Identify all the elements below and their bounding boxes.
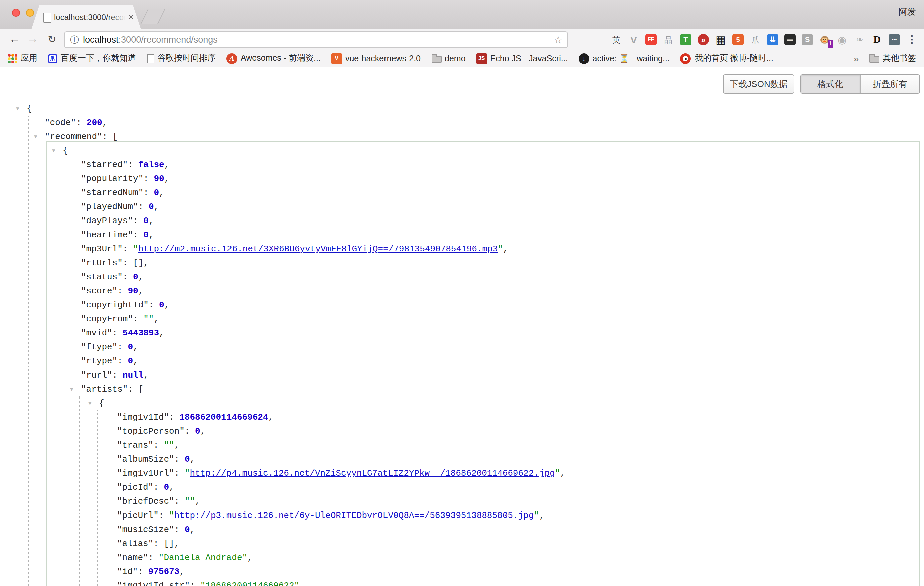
s-icon[interactable]: S [802,34,813,45]
json-token: 90 [128,286,138,296]
browser-window: localhost:3000/recommend/so × 阿发 ← → ↻ ⓘ… [0,0,924,586]
reload-button[interactable]: ↻ [44,30,60,50]
json-token: "" [143,314,153,324]
page-favicon-icon [43,13,51,23]
weibo-icon [680,53,691,64]
json-link[interactable]: http://m2.music.126.net/3XR6BU6yvtyVmFE8… [138,244,498,254]
translate-icon[interactable]: 英 [610,34,622,45]
other-bookmarks-folder[interactable]: 其他书签 [869,53,916,64]
json-line: "trans": "", [0,438,924,452]
vimium-icon[interactable]: V [628,34,639,45]
close-window-button[interactable] [12,9,20,17]
qr-code-icon[interactable]: ▦ [715,34,726,45]
json-token: " [498,244,503,254]
json-line: "code": 200, [0,116,924,130]
apps-grid-dot [15,54,17,56]
json-line: ▼{ [0,396,924,410]
json-link[interactable]: http://p4.music.126.net/VnZiScyynLG7atLI… [190,469,555,479]
apps-grid-dot [8,61,11,63]
folder-icon [869,56,879,63]
json-token: 0 [148,202,154,212]
shield-download-icon[interactable]: ⇊ [767,34,778,45]
json-link[interactable]: http://p3.music.126.net/6y-UleORITEDbvrO… [174,510,534,520]
json-token: "picUrl" [117,510,159,520]
json-token: 0 [143,230,148,240]
json-token: { [27,104,32,114]
minimize-window-button[interactable] [26,9,34,17]
more-tools-icon[interactable]: ••• [889,34,900,45]
forward-button[interactable]: → [25,30,41,50]
json-token: 0 [185,454,190,464]
json-token: "mp3Url" [81,244,122,254]
json-token: : [169,412,179,422]
bookmark-demo-folder[interactable]: demo [431,54,466,63]
json-token: : [174,469,185,479]
json-token: "name" [117,553,148,563]
page-info-icon[interactable]: ⓘ [70,32,79,48]
sitemap-icon[interactable]: 品 [663,34,674,45]
tab-close-icon[interactable]: × [125,5,136,30]
bookmark-label: Awesomes - 前端资... [241,53,321,64]
download-json-button[interactable]: 下载JSON数据 [723,74,794,94]
d-icon[interactable]: D [871,34,883,45]
apps-grid-dot [8,57,11,60]
profile-name[interactable]: 阿发 [899,6,916,18]
bookmark-label: 应用 [21,53,38,64]
ninja-icon[interactable]: ▬ [784,34,796,45]
bookmark-echojs[interactable]: JSEcho JS - JavaScri... [476,53,568,64]
back-button[interactable]: ← [7,30,23,50]
json-token: : [112,370,122,380]
collapse-all-button[interactable]: 折叠所有 [860,75,919,93]
json-token: "" [185,497,195,507]
collapse-toggle-icon[interactable]: ▼ [70,382,74,396]
apps-grid-dot [12,57,14,60]
json-token: , [133,342,138,352]
bookmarks-overflow-icon[interactable]: » [853,53,858,64]
url-text: localhost:3000/recommend/songs [83,32,218,48]
bookmark-star-icon[interactable]: ☆ [554,32,563,48]
json-token: 975673 [148,567,180,577]
bookmark-awesomes[interactable]: AAwesomes - 前端资... [226,53,321,64]
fe-icon[interactable]: FE [645,34,657,45]
tab-strip: localhost:3000/recommend/so × 阿发 [0,0,924,30]
json-token: 0 [133,272,138,282]
json-token: , [268,412,274,422]
bookmark-vue-hackernews[interactable]: Vvue-hackernews-2.0 [332,53,421,64]
weibo-ball-icon[interactable]: ◉ [837,34,848,45]
json-token: : [190,581,200,586]
bookmark-baidu[interactable]: 爪百度一下，你就知道 [48,53,136,64]
bookmark-google-sort[interactable]: 谷歌按时间排序 [147,53,216,64]
fastforward-icon[interactable]: » [698,34,709,45]
paw-icon[interactable]: 爪 [750,34,761,45]
bookmark-apps[interactable]: 应用 [8,53,38,64]
json-token: : [159,510,169,520]
hummingbird-icon[interactable]: ❧ [854,34,865,45]
json-token: "trans" [117,440,153,451]
collapse-toggle-icon[interactable]: ▼ [52,144,56,158]
address-bar[interactable]: ⓘ localhost:3000/recommend/songs ☆ [64,31,568,48]
new-tab-button[interactable] [141,9,165,24]
json-token: , [148,230,154,240]
format-button[interactable]: 格式化 [801,75,860,93]
json-token: , [539,510,544,520]
bookmark-label: Echo JS - JavaScri... [490,54,568,63]
bookmark-weibo[interactable]: 我的首页 微博-随时... [680,53,773,64]
json-token: : [117,342,128,352]
apps-grid-dot [12,54,14,56]
json-token: "rtUrls" [81,258,122,268]
browser-menu-icon[interactable]: ⋮ [905,30,919,50]
bookmark-label: 我的首页 微博-随时... [695,53,773,64]
json-token: "recommend" [45,132,102,142]
bookmark-active-download[interactable]: ↓active: ⏳ - waiting... [579,53,670,64]
monkey-icon[interactable]: 🐵1 [819,34,830,45]
collapse-toggle-icon[interactable]: ▼ [16,102,19,116]
collapse-toggle-icon[interactable]: ▼ [88,396,92,410]
json-line: "rtUrls": [], [0,256,924,270]
json-token: , [159,328,164,338]
apps-grid-dot [15,57,17,60]
json-token: : [128,160,138,170]
browser-tab[interactable]: localhost:3000/recommend/so × [31,5,141,30]
html5-player-icon[interactable]: 5 [732,34,744,45]
collapse-toggle-icon[interactable]: ▼ [34,130,38,144]
shield-t-icon[interactable]: T [680,34,691,45]
